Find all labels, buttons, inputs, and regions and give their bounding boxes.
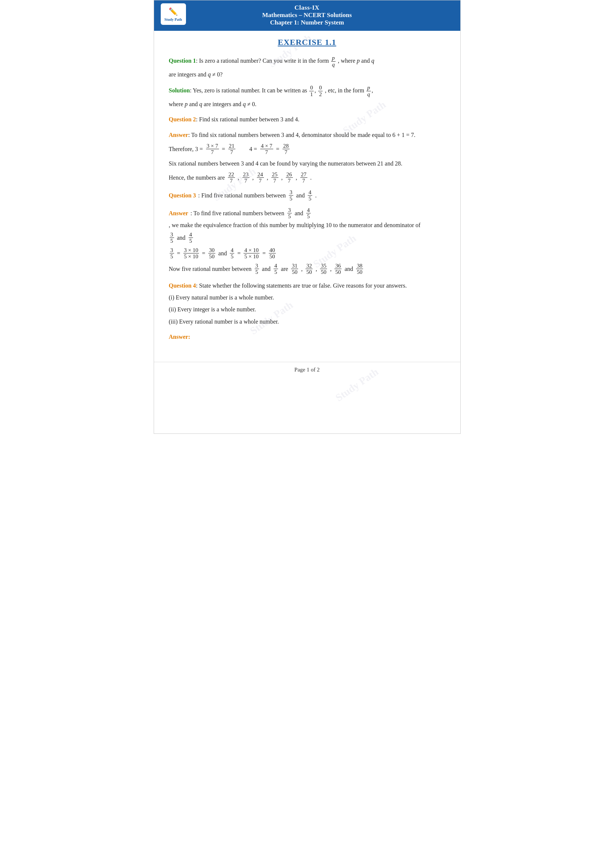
a3-text-block: Answer : To find five rational numbers b… (169, 207, 445, 229)
q4-text: : State whether the following statements… (196, 282, 407, 289)
24-7-frac: 24 7 (257, 172, 264, 184)
q1-label: Question 1 (169, 57, 196, 64)
logo: ✏️ Study Path (161, 3, 186, 25)
six-rational-text: Six rational numbers between 3 and 4 can… (169, 158, 445, 169)
solution-1-text: Solution: Yes, zero is rational number. … (169, 85, 445, 97)
class-line: Class-IX (161, 4, 453, 11)
page-header: ✏️ Study Path Class-IX Mathematics – NCE… (154, 0, 460, 31)
hence-eq: Hence, the numbers are 22 7 , 23 7 , 24 … (169, 172, 445, 184)
4-5-frac-a3: 4 5 (306, 207, 311, 220)
subject-line: Mathematics – NCERT Solutions (161, 11, 453, 19)
22-7-frac: 22 7 (228, 172, 235, 184)
4x10-frac: 4 × 10 5 × 10 (243, 247, 259, 260)
question-1-text: Question 1: Is zero a rational number? C… (169, 55, 445, 68)
31-50-frac: 31 50 (291, 263, 298, 275)
p-over-q-frac: p q (331, 55, 336, 68)
32-50-frac: 32 50 (305, 263, 313, 275)
a3-text: : To find five rational numbers between (191, 210, 284, 217)
4-5-frac-q3: 4 5 (308, 189, 312, 202)
25-7-frac: 25 7 (271, 172, 278, 184)
question-2-text: Question 2: Find six rational number bet… (169, 114, 445, 124)
question-1-block: Question 1: Is zero a rational number? C… (169, 55, 445, 79)
a2-text: : To find six rational numbers between 3… (188, 132, 416, 138)
question-4-text: Question 4: State whether the following … (169, 281, 445, 291)
40-50-frac: 40 50 (269, 247, 276, 260)
35-50-frac: 35 50 (320, 263, 327, 275)
a4-label: Answer: (169, 332, 445, 342)
logo-text: Study Path (164, 17, 182, 22)
q1-text2: are integers and q ≠ 0? (169, 70, 445, 79)
q3-text: : Find five rational numbers between (198, 192, 286, 199)
a3-calc-line: 3 5 = 3 × 10 5 × 10 = 30 50 and 4 5 (169, 247, 445, 260)
answer-2-text: Answer: To find six rational numbers bet… (169, 130, 445, 140)
q4-stmt-3: (iii) Every rational number is a whole n… (169, 316, 445, 327)
content-area: Question 1: Is zero a rational number? C… (154, 51, 460, 354)
question-4-block: Question 4: State whether the following … (169, 281, 445, 327)
a3-label: Answer (169, 210, 188, 217)
21-frac: 21 7 (228, 143, 236, 155)
3-5-small: 3 5 (170, 232, 174, 244)
chapter-line: Chapter 1: Number System (161, 19, 453, 26)
zero-two-frac: 0 2 (318, 85, 323, 97)
page-footer: Page 1 of 2 (154, 362, 460, 377)
38-50-frac: 38 50 (356, 263, 363, 275)
4-5-eq1: 4 5 (230, 247, 234, 260)
zero-one-frac: 0 1 (309, 85, 314, 97)
q4-stmt-1: (i) Every natural number is a whole numb… (169, 293, 445, 302)
answer-2-block: Answer: To find six rational numbers bet… (169, 130, 445, 184)
26-7-frac: 26 7 (286, 172, 293, 184)
q4-label: Question 4 (169, 282, 196, 289)
a2-label: Answer (169, 132, 188, 138)
question-3-block: Question 3 : Find five rational numbers … (169, 189, 445, 202)
36-50-frac: 36 50 (335, 263, 341, 275)
27-7-frac: 27 7 (300, 172, 307, 184)
a3-35-and-45: 3 5 and 4 5 (169, 232, 445, 244)
therefore-text: Therefore, 3 = (169, 146, 203, 152)
solution-1-block: Solution: Yes, zero is rational number. … (169, 85, 445, 109)
a3-now-line: Now five rational number between 3 5 and… (169, 263, 445, 275)
30-50-frac: 30 50 (208, 247, 215, 260)
q3-label: Question 3 (169, 192, 196, 199)
4-5-small: 4 5 (189, 232, 193, 244)
solution-1-text2: where p and q are integers and q ≠ 0. (169, 99, 445, 109)
p-q-frac2: p q (366, 85, 371, 97)
now-text: Now five rational number between (169, 266, 252, 273)
a4-label-text: Answer: (169, 333, 191, 340)
q3-text-block: Question 3 : Find five rational numbers … (169, 189, 445, 202)
q4-stmt-2: (ii) Every integer is a whole number. (169, 304, 445, 314)
4-5-now: 4 5 (274, 263, 278, 275)
3x7-frac: 3 × 7 7 (206, 143, 219, 155)
answer-4-block: Answer: (169, 332, 445, 342)
therefore-eq: Therefore, 3 = 3 × 7 7 = 21 7 4 = 4 × 7 … (169, 143, 445, 155)
page: Study Path Study Path Study Path Study P… (154, 0, 460, 434)
3-5-eq1: 3 5 (170, 247, 174, 260)
23-7-frac: 23 7 (242, 172, 250, 184)
solution-text: : Yes, zero is rational number. It can b… (190, 87, 307, 93)
logo-icon: ✏️ (169, 7, 178, 16)
3-5-frac-a3: 3 5 (287, 207, 292, 220)
28-frac: 28 7 (282, 143, 290, 155)
exercise-title: EXERCISE 1.1 (154, 37, 460, 47)
3-5-frac-q3: 3 5 (289, 189, 293, 202)
q2-label: Question 2 (169, 116, 196, 122)
3-5-now: 3 5 (255, 263, 259, 275)
footer-text: Page 1 of 2 (295, 367, 319, 373)
q1-text: : Is zero a rational number? Can you wri… (196, 57, 329, 64)
hence-text: Hence, the numbers are (169, 174, 225, 181)
question-2-block: Question 2: Find six rational number bet… (169, 114, 445, 124)
3x10-frac: 3 × 10 5 × 10 (183, 247, 199, 260)
solution-label: Solution (169, 87, 190, 93)
4x7-frac: 4 × 7 7 (260, 143, 273, 155)
answer-3-block: Answer : To find five rational numbers b… (169, 207, 445, 275)
q2-text: : Find six rational number between 3 and… (196, 116, 299, 122)
